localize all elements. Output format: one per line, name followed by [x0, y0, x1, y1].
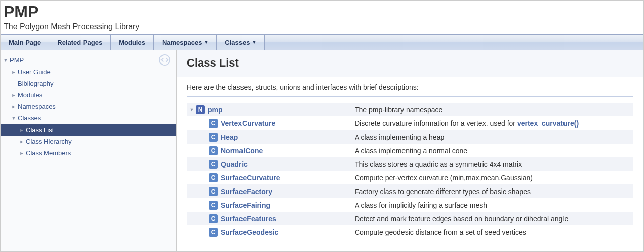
- sidebar-item-namespaces[interactable]: ►Namespaces: [1, 101, 176, 112]
- class-link[interactable]: SurfaceCurvature: [221, 174, 280, 182]
- sidebar-item-classes[interactable]: ▼Classes: [1, 112, 176, 124]
- tab-label: Main Page: [9, 39, 41, 46]
- table-row: ►CVertexCurvatureDiscrete curvature info…: [187, 116, 633, 130]
- row-left: ►CSurfaceGeodesic: [189, 228, 355, 237]
- class-list-table: ▼NpmpThe pmp-library namespace►CVertexCu…: [187, 103, 633, 239]
- sidebar-item-label: Modules: [18, 91, 42, 99]
- class-description: The pmp-library namespace: [355, 106, 631, 114]
- main-layout: ▼PMP►User Guide►Bibliography►Modules►Nam…: [1, 50, 643, 252]
- project-name: PMP: [4, 3, 640, 21]
- sidebar-item-pmp[interactable]: ▼PMP: [1, 54, 176, 66]
- table-row: ►CHeapA class implementing a heap: [187, 130, 633, 144]
- class-link[interactable]: Heap: [221, 133, 238, 141]
- sidebar-item-bibliography[interactable]: ►Bibliography: [1, 78, 176, 89]
- table-row: ►CSurfaceFeaturesDetect and mark feature…: [187, 212, 633, 225]
- tabs-row: Main PageRelated PagesModulesNamespaces▼…: [1, 34, 643, 50]
- table-row: ►CSurfaceFactoryFactory class to generat…: [187, 184, 633, 198]
- chevron-right-icon: ►: [11, 104, 17, 109]
- table-row: ►CQuadricThis class stores a quadric as …: [187, 157, 633, 171]
- class-link[interactable]: SurfaceFactory: [221, 187, 272, 196]
- class-badge-icon: C: [209, 201, 218, 210]
- project-brief: The Polygon Mesh Processing Library: [4, 22, 640, 31]
- chevron-right-icon: ►: [19, 139, 25, 144]
- chevron-down-icon: ▼: [3, 58, 9, 63]
- sidebar-item-label: PMP: [10, 56, 24, 64]
- sync-icon[interactable]: [159, 54, 170, 66]
- table-row: ▼NpmpThe pmp-library namespace: [187, 103, 633, 116]
- tab-main-page[interactable]: Main Page: [1, 35, 49, 50]
- class-description: Detect and mark feature edges based on b…: [355, 215, 631, 223]
- sidebar-item-class-members[interactable]: ►Class Members: [1, 147, 176, 159]
- chevron-right-icon: ►: [11, 70, 17, 75]
- row-left: ►CSurfaceFeatures: [189, 214, 355, 223]
- row-left: ►CSurfaceFairing: [189, 201, 355, 210]
- sidebar-item-label: Namespaces: [18, 103, 56, 110]
- class-badge-icon: C: [209, 133, 218, 142]
- intro-text: Here are the classes, structs, unions an…: [187, 83, 633, 97]
- class-link[interactable]: SurfaceFairing: [221, 201, 270, 209]
- tab-classes[interactable]: Classes▼: [217, 35, 265, 50]
- chevron-down-icon: ▼: [252, 40, 256, 45]
- class-description: Compute geodesic distance from a set of …: [355, 228, 631, 236]
- sidebar-item-class-hierarchy[interactable]: ►Class Hierarchy: [1, 136, 176, 147]
- row-left: ►CSurfaceFactory: [189, 187, 355, 196]
- class-link[interactable]: VertexCurvature: [221, 119, 275, 128]
- table-row: ►CNormalConeA class implementing a norma…: [187, 144, 633, 157]
- class-link[interactable]: pmp: [208, 106, 223, 114]
- class-link[interactable]: NormalCone: [221, 147, 263, 155]
- chevron-right-icon: ►: [19, 151, 25, 156]
- class-description: Factory class to generate different type…: [355, 187, 631, 196]
- sidebar-item-user-guide[interactable]: ►User Guide: [1, 66, 176, 78]
- sidebar-item-modules[interactable]: ►Modules: [1, 89, 176, 101]
- chevron-right-icon: ►: [19, 128, 25, 133]
- page-title: Class List: [187, 56, 633, 70]
- namespace-badge-icon: N: [196, 105, 205, 114]
- tab-namespaces[interactable]: Namespaces▼: [154, 35, 217, 50]
- class-badge-icon: C: [209, 146, 218, 155]
- table-row: ►CSurfaceCurvatureCompute per-vertex cur…: [187, 171, 633, 184]
- chevron-down-icon[interactable]: ▼: [189, 107, 195, 112]
- sidebar-item-label: Class Hierarchy: [26, 138, 72, 145]
- chevron-down-icon: ▼: [11, 116, 17, 121]
- class-link[interactable]: Quadric: [221, 160, 248, 168]
- tree-nav: ▼PMP►User Guide►Bibliography►Modules►Nam…: [1, 54, 176, 159]
- chevron-right-icon: ►: [11, 93, 17, 98]
- class-description: Compute per-vertex curvature (min,max,me…: [355, 174, 631, 182]
- class-description: A class implementing a normal cone: [355, 147, 631, 155]
- class-badge-icon: C: [209, 228, 218, 237]
- sidebar-item-label: Class Members: [26, 149, 71, 157]
- class-badge-icon: C: [209, 187, 218, 196]
- tab-label: Modules: [119, 39, 145, 46]
- class-description: Discrete curvature information for a ver…: [355, 119, 631, 128]
- class-badge-icon: C: [209, 160, 218, 169]
- class-badge-icon: C: [209, 214, 218, 223]
- row-left: ▼Npmp: [189, 105, 355, 114]
- class-link[interactable]: SurfaceFeatures: [221, 215, 276, 223]
- tab-label: Classes: [225, 39, 250, 46]
- sidebar-item-class-list[interactable]: ►Class List: [1, 124, 176, 136]
- reference-link[interactable]: vertex_curvature(): [517, 119, 579, 128]
- row-left: ►CVertexCurvature: [189, 119, 355, 128]
- tab-label: Namespaces: [162, 39, 202, 46]
- row-left: ►CSurfaceCurvature: [189, 173, 355, 182]
- table-row: ►CSurfaceFairingA class for implicitly f…: [187, 198, 633, 212]
- table-row: ►CSurfaceGeodesicCompute geodesic distan…: [187, 225, 633, 239]
- sidebar-item-label: User Guide: [18, 68, 51, 76]
- main-content: Class List Here are the classes, structs…: [177, 50, 643, 252]
- class-link[interactable]: SurfaceGeodesic: [221, 228, 278, 236]
- sidebar-item-label: Bibliography: [18, 80, 54, 87]
- tab-related-pages[interactable]: Related Pages: [49, 35, 111, 50]
- sidebar: ▼PMP►User Guide►Bibliography►Modules►Nam…: [1, 50, 177, 252]
- row-left: ►CQuadric: [189, 160, 355, 169]
- row-left: ►CHeap: [189, 133, 355, 142]
- tab-modules[interactable]: Modules: [111, 35, 154, 50]
- class-description: A class for implicitly fairing a surface…: [355, 201, 631, 209]
- class-badge-icon: C: [209, 119, 218, 128]
- class-description: A class implementing a heap: [355, 133, 631, 141]
- chevron-down-icon: ▼: [204, 40, 208, 45]
- row-left: ►CNormalCone: [189, 146, 355, 155]
- class-description: This class stores a quadric as a symmetr…: [355, 160, 631, 168]
- title-area: PMP The Polygon Mesh Processing Library: [1, 1, 643, 34]
- sidebar-item-label: Class List: [26, 126, 54, 134]
- tab-label: Related Pages: [57, 39, 102, 46]
